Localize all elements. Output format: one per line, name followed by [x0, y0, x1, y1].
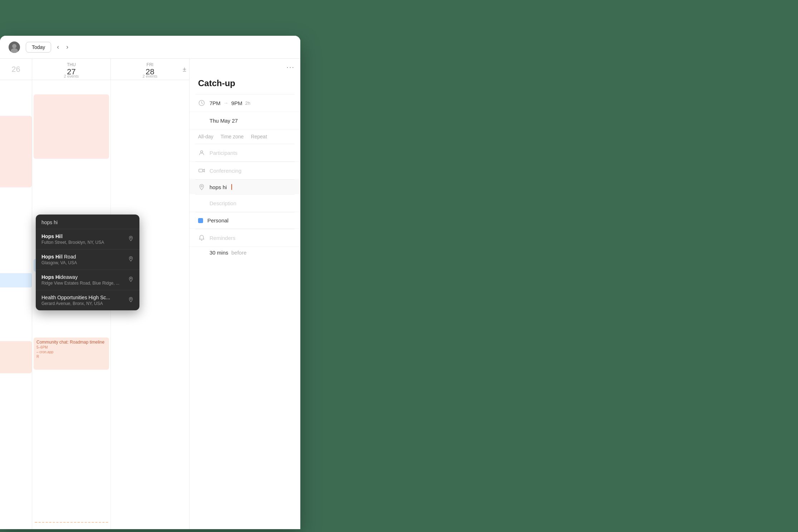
reminder-mins: 30 mins: [210, 250, 228, 256]
ac-text-2: Hops Hideaway Ridge View Estates Road, B…: [41, 274, 124, 286]
repeat-link[interactable]: Repeat: [251, 134, 267, 139]
participants-label: Participants: [210, 150, 237, 156]
location-value[interactable]: hops hi: [210, 184, 227, 190]
location-icon: [198, 183, 205, 191]
autocomplete-item-2[interactable]: Hops Hideaway Ridge View Estates Road, B…: [36, 270, 139, 290]
day-col-28-header[interactable]: Fri 28 2 events ±: [111, 59, 189, 80]
duration: 2h: [245, 100, 250, 106]
add-event-icon[interactable]: ±: [183, 65, 186, 73]
ac-subtitle-0: Fulton Street, Brooklyn, NY, USA: [41, 240, 124, 245]
day-headers: 26 Thu 27 2 events Fri 28: [0, 59, 189, 80]
community-source: – cron.app: [36, 350, 106, 354]
time-row: 7PM → 9PM 2h: [189, 94, 300, 112]
pin-icon-3: [128, 297, 134, 304]
reminders-label: Reminders: [210, 235, 236, 241]
svg-point-1: [11, 48, 18, 53]
ac-title-bold-1: Hops Hi: [41, 254, 60, 260]
panel-header: ···: [189, 59, 300, 75]
ac-title-rest-1: ll Road: [60, 254, 76, 260]
ac-text-3: Health Opportunities High Sc... Gerard A…: [41, 295, 124, 306]
svg-point-7: [130, 258, 132, 259]
clock-icon: [198, 99, 205, 107]
svg-point-3: [201, 151, 203, 153]
participants-icon: [198, 149, 205, 156]
pin-icon-1: [128, 256, 134, 263]
svg-point-5: [201, 186, 202, 187]
community-source2: R: [36, 355, 106, 359]
ac-subtitle-3: Gerard Avenue, Bronx, NY, USA: [41, 301, 124, 306]
event-pink[interactable]: [34, 94, 109, 159]
description-icon-spacer: [198, 200, 205, 207]
app-window: Today ‹ › 26 Thu 27: [0, 36, 300, 529]
ac-text-1: Hops Hill Road Glasgow, VA, USA: [41, 254, 124, 265]
day-28-events: 2 events: [143, 74, 158, 78]
ac-title-2: Hops Hideaway: [41, 274, 124, 280]
ac-text-0: Hops Hill Fulton Street, Brooklyn, NY, U…: [41, 233, 124, 245]
left-partial-blue: [0, 273, 32, 287]
community-event[interactable]: Community chat: Roadmap timeline 5–6PM –…: [34, 338, 109, 370]
more-options-button[interactable]: ···: [286, 63, 295, 71]
video-icon: [198, 167, 205, 174]
svg-point-8: [130, 278, 132, 279]
day-col-26-header: 26: [0, 59, 32, 80]
ac-title-bold-2: Hops Hi: [41, 274, 60, 280]
time-content: 7PM → 9PM 2h: [210, 100, 292, 106]
autocomplete-query: hops hi: [36, 215, 139, 229]
conferencing-row[interactable]: Conferencing: [189, 162, 300, 179]
time-arrow: →: [223, 100, 228, 106]
avatar[interactable]: [9, 41, 20, 53]
autocomplete-dropdown: hops hi Hops Hill Fulton Street, Brookly…: [36, 215, 139, 310]
reminder-suffix: before: [231, 250, 247, 256]
ac-title-rest-0: ll: [60, 233, 63, 239]
calendar-row[interactable]: Personal: [189, 212, 300, 229]
ac-title-1: Hops Hill Road: [41, 254, 124, 260]
time-end: 9PM: [231, 100, 242, 106]
event-panel: ··· Catch-up 7PM → 9PM 2h: [189, 59, 300, 529]
svg-point-0: [12, 44, 16, 48]
day-26-num: 26: [11, 65, 20, 74]
day-28-name: Fri: [147, 62, 153, 67]
pin-icon-0: [128, 236, 134, 243]
community-time: 5–6PM: [36, 345, 106, 349]
calendar-header: Today ‹ ›: [0, 36, 300, 59]
ac-subtitle-1: Glasgow, VA, USA: [41, 260, 124, 265]
day-27-name: Thu: [67, 62, 76, 67]
timezone-link[interactable]: Time zone: [221, 134, 244, 139]
ac-title-bold-0: Hops Hi: [41, 233, 60, 239]
calendar-name: Personal: [207, 217, 228, 223]
ac-title-bold-3: Health Opportunities High Sc...: [41, 295, 110, 300]
date-icon-spacer: [198, 117, 205, 124]
event-title-main: Catch-up: [189, 75, 300, 94]
location-row[interactable]: hops hi: [189, 180, 300, 194]
time-start: 7PM: [210, 100, 221, 106]
description-row[interactable]: Description: [189, 194, 300, 212]
pin-icon-2: [128, 276, 134, 284]
ac-title-0: Hops Hill: [41, 233, 124, 239]
ac-title-rest-2: deaway: [60, 274, 78, 280]
date-row: Thu May 27: [189, 112, 300, 129]
autocomplete-item-3[interactable]: Health Opportunities High Sc... Gerard A…: [36, 290, 139, 310]
reminder-value-row: 30 mins before: [189, 247, 300, 262]
conferencing-label: Conferencing: [210, 168, 241, 174]
reminders-row[interactable]: Reminders: [189, 229, 300, 247]
svg-rect-4: [199, 169, 203, 172]
prev-button[interactable]: ‹: [54, 42, 62, 52]
meta-links: All-day Time zone Repeat: [189, 129, 300, 144]
today-button[interactable]: Today: [26, 42, 51, 53]
left-partial-salmon: [0, 341, 32, 373]
day-col-27-header[interactable]: Thu 27 2 events: [32, 59, 111, 80]
participants-row[interactable]: Participants: [189, 144, 300, 162]
left-partial-pink: [0, 116, 32, 187]
allday-link[interactable]: All-day: [198, 134, 213, 139]
bell-icon: [198, 234, 205, 241]
community-title: Community chat: Roadmap timeline: [36, 340, 106, 345]
autocomplete-item-1[interactable]: Hops Hill Road Glasgow, VA, USA: [36, 250, 139, 270]
text-cursor: [231, 184, 232, 190]
autocomplete-item-0[interactable]: Hops Hill Fulton Street, Brooklyn, NY, U…: [36, 229, 139, 250]
svg-point-9: [130, 299, 132, 300]
event-date: Thu May 27: [210, 118, 238, 124]
next-button[interactable]: ›: [63, 42, 71, 52]
day-27-events: 2 events: [64, 74, 79, 78]
event-dotted: [34, 522, 109, 529]
ac-title-3: Health Opportunities High Sc...: [41, 295, 124, 300]
